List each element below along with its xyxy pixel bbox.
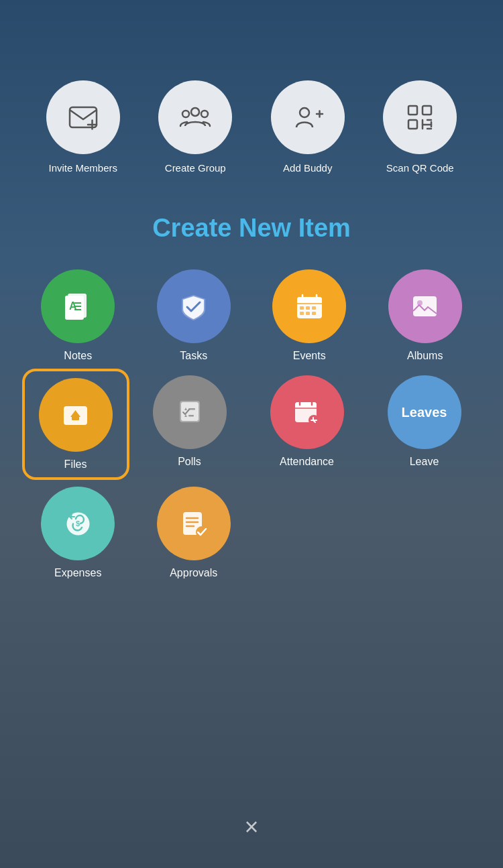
svg-point-3 [191, 108, 199, 116]
svg-rect-9 [408, 106, 417, 115]
svg-rect-29 [306, 306, 310, 310]
svg-rect-42 [188, 415, 194, 417]
expenses-label: Expenses [54, 567, 101, 579]
svg-rect-31 [300, 312, 304, 315]
notes-label: Notes [64, 350, 92, 362]
approvals-circle [157, 487, 231, 560]
albums-button[interactable]: Albums [372, 269, 479, 362]
approvals-label: Approvals [170, 567, 217, 579]
leave-text: Leaves [402, 405, 447, 420]
svg-rect-11 [408, 120, 417, 129]
svg-rect-33 [312, 312, 316, 315]
svg-point-6 [300, 108, 309, 117]
add-buddy-label: Add Buddy [283, 162, 332, 174]
expenses-button[interactable]: $ Expenses [24, 487, 131, 579]
buddy-icon [291, 101, 325, 134]
add-buddy-button[interactable]: Add Buddy [271, 80, 345, 174]
attendance-label: Attendance [280, 456, 334, 468]
create-group-circle [158, 80, 232, 154]
attendance-button[interactable]: Attendance [254, 375, 361, 473]
files-icon [57, 397, 94, 434]
albums-label: Albums [407, 350, 443, 362]
notes-icon: A [60, 288, 97, 325]
create-group-button[interactable]: Create Group [158, 80, 232, 174]
invite-members-circle [46, 80, 120, 154]
svg-rect-44 [295, 402, 317, 408]
polls-label: Polls [178, 456, 201, 468]
approvals-button[interactable]: Approvals [140, 487, 247, 579]
events-button[interactable]: Events [256, 269, 363, 362]
albums-circle [388, 269, 462, 343]
grid-row-3: $ Expenses Approvals [20, 487, 483, 579]
notes-button[interactable]: A Notes [24, 269, 131, 362]
svg-rect-38 [72, 416, 79, 420]
files-circle [39, 378, 113, 452]
section-title: Create New Item [0, 214, 503, 243]
files-label: Files [64, 458, 87, 471]
svg-text:$: $ [76, 519, 80, 528]
group-icon [178, 101, 212, 134]
leave-circle: Leaves [388, 375, 461, 449]
add-buddy-circle [271, 80, 345, 154]
top-actions-row: Invite Members Create Group Add Buddy [0, 0, 503, 200]
events-icon [291, 288, 328, 325]
svg-rect-40 [181, 402, 199, 421]
expenses-circle: $ [41, 487, 115, 560]
leave-button[interactable]: Leaves Leave [371, 375, 478, 473]
approvals-icon [175, 505, 212, 542]
svg-point-4 [182, 111, 189, 117]
polls-icon [171, 394, 208, 431]
attendance-icon [288, 394, 325, 431]
close-button[interactable]: × [244, 813, 258, 841]
attendance-circle [270, 375, 344, 449]
svg-rect-32 [306, 312, 310, 315]
svg-rect-24 [297, 297, 322, 304]
tasks-button[interactable]: Tasks [140, 269, 247, 362]
items-grid: A Notes Tasks [0, 269, 503, 579]
tasks-circle [157, 269, 231, 343]
svg-rect-30 [312, 306, 316, 310]
scan-qr-circle [383, 80, 457, 154]
svg-rect-28 [300, 306, 304, 310]
notes-circle: A [41, 269, 115, 343]
leave-label: Leave [410, 456, 439, 468]
qr-icon [403, 101, 437, 134]
svg-rect-34 [413, 296, 437, 316]
expenses-icon: $ [60, 505, 97, 542]
events-label: Events [293, 350, 326, 362]
events-circle [272, 269, 346, 343]
polls-button[interactable]: Polls [136, 375, 243, 473]
scan-qr-label: Scan QR Code [386, 162, 454, 174]
polls-circle [153, 375, 227, 449]
invite-icon [66, 101, 100, 134]
invite-members-button[interactable]: Invite Members [46, 80, 120, 174]
svg-rect-10 [423, 106, 431, 115]
grid-row-2: Files Polls [20, 375, 483, 473]
svg-point-5 [201, 111, 208, 117]
tasks-icon [175, 288, 212, 325]
invite-members-label: Invite Members [48, 162, 117, 174]
albums-icon [406, 288, 443, 325]
tasks-label: Tasks [180, 350, 207, 362]
scan-qr-button[interactable]: Scan QR Code [383, 80, 457, 174]
create-group-label: Create Group [165, 162, 226, 174]
grid-row-1: A Notes Tasks [20, 269, 483, 362]
files-button[interactable]: Files [22, 369, 129, 480]
